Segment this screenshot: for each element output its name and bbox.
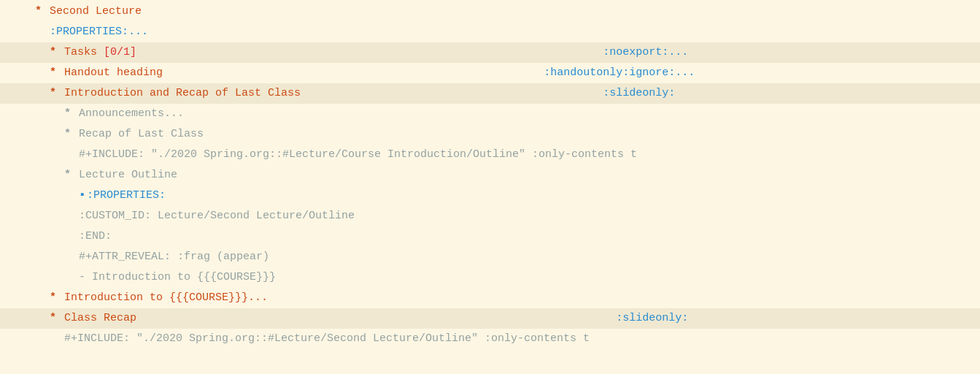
editor-line: :END: [0,226,980,247]
editor-line: * Introduction to {{{COURSE}}}... [0,288,980,308]
editor-line: * Tasks [0/1] :noexport:... [0,42,980,63]
line-content: #+INCLUDE: "./2020 Spring.org::#Lecture/… [79,146,980,164]
line-content: Introduction and Recap of Last Class :sl… [58,85,980,102]
editor-line: * Lecture Outline [0,165,980,186]
editor-line: * Introduction and Recap of Last Class :… [0,83,980,104]
editor-line: :CUSTOM_ID: Lecture/Second Lecture/Outli… [0,206,980,226]
editor-line: * Class Recap :slideonly: [0,308,980,329]
editor-line: * Second Lecture [0,1,980,22]
line-content: ▪:PROPERTIES: [79,187,980,205]
line-content: - Introduction to {{{COURSE}}} [79,269,980,286]
bullet: * [50,64,56,82]
line-content: Class Recap :slideonly: [58,310,980,327]
bullet: * [64,105,71,123]
editor-line: ▪:PROPERTIES: [0,186,980,206]
line-content: Tasks [0/1] :noexport:... [58,44,980,61]
line-content: Lecture Outline [72,167,980,184]
editor-line: * Announcements... [0,104,980,124]
editor-line: #+ATTR_REVEAL: :frag (appear) [0,247,980,267]
editor-line: * Handout heading :handoutonly:ignore:..… [0,63,980,83]
bullet: * [64,126,71,143]
bullet: * [50,44,56,61]
editor-line: - Introduction to {{{COURSE}}} [0,267,980,288]
editor-line: :PROPERTIES:... [0,22,980,42]
editor-line: * Recap of Last Class [0,124,980,145]
line-content: Announcements... [72,105,980,123]
line-content: Handout heading :handoutonly:ignore:... [58,64,980,82]
line-content: #+INCLUDE: "./2020 Spring.org::#Lecture/… [64,330,980,348]
bullet: * [50,289,56,307]
bullet: * [50,85,56,102]
bullet: * [35,3,42,20]
bullet: * [64,167,71,184]
bullet: * [50,310,56,327]
line-content: #+ATTR_REVEAL: :frag (appear) [79,248,980,266]
line-content: :PROPERTIES:... [50,23,980,41]
line-content: :END: [79,228,980,245]
editor-line: #+INCLUDE: "./2020 Spring.org::#Lecture/… [0,145,980,165]
line-content: Introduction to {{{COURSE}}}... [58,289,980,307]
line-content: Second Lecture [43,3,980,20]
line-content: :CUSTOM_ID: Lecture/Second Lecture/Outli… [79,207,980,225]
code-editor: * Second Lecture:PROPERTIES:...* Tasks [… [0,0,980,374]
editor-line: #+INCLUDE: "./2020 Spring.org::#Lecture/… [0,329,980,349]
line-content: Recap of Last Class [72,126,980,143]
